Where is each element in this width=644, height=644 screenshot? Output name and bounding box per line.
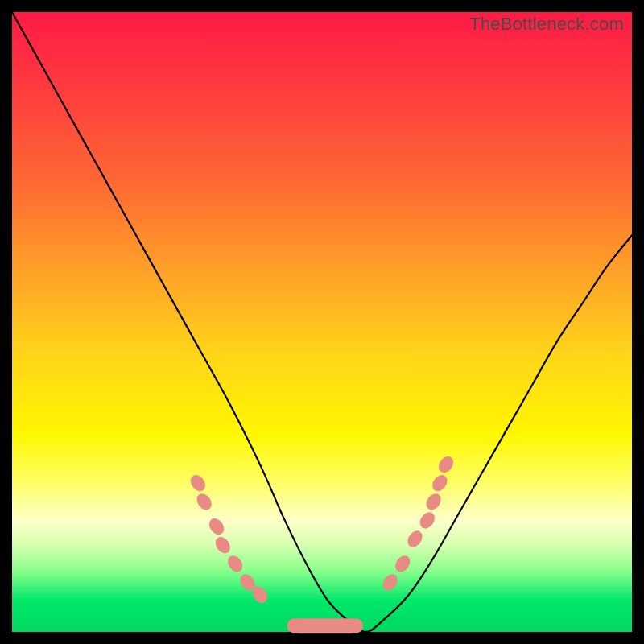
- data-marker: [194, 491, 215, 513]
- data-marker: [423, 491, 444, 513]
- plot-area: TheBottleneck.com: [12, 12, 632, 632]
- data-marker: [429, 473, 450, 494]
- data-marker: [349, 618, 363, 633]
- bottleneck-curve: [12, 12, 632, 632]
- data-marker: [213, 535, 233, 556]
- data-marker: [188, 473, 208, 494]
- data-marker: [405, 528, 426, 550]
- data-markers: [188, 454, 456, 634]
- data-marker: [287, 618, 302, 633]
- data-marker: [380, 572, 401, 593]
- chart-frame: TheBottleneck.com: [0, 0, 644, 644]
- data-marker: [392, 553, 413, 575]
- data-marker: [206, 516, 227, 538]
- data-marker: [436, 454, 456, 476]
- data-marker: [417, 510, 438, 531]
- data-marker: [225, 553, 246, 575]
- curve-layer: [12, 12, 632, 632]
